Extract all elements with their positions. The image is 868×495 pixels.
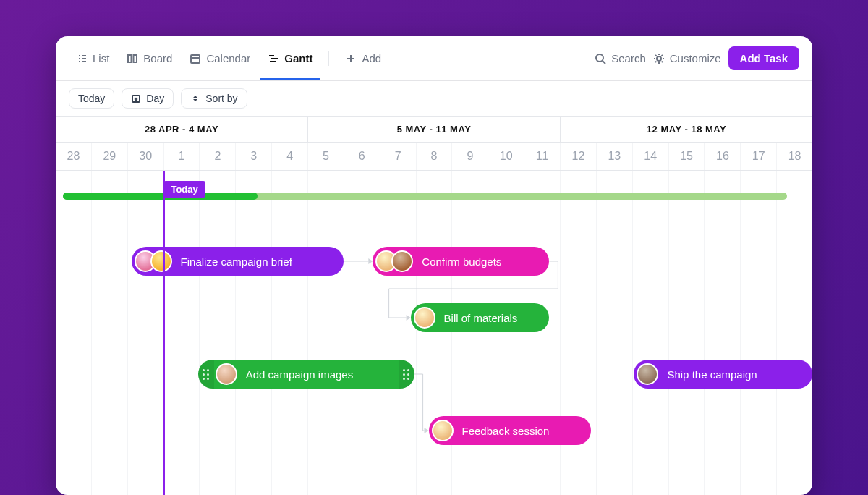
week-header: 28 APR - 4 MAY bbox=[56, 117, 308, 142]
avatar bbox=[414, 307, 435, 329]
task-bar[interactable]: Feedback session bbox=[429, 416, 591, 445]
grid-columns bbox=[56, 171, 812, 495]
task-bar[interactable]: Bill of materials bbox=[411, 303, 550, 332]
gantt-icon bbox=[268, 53, 279, 64]
day-cell: 12 bbox=[561, 143, 597, 170]
day-cell: 15 bbox=[669, 143, 705, 170]
tab-calendar[interactable]: Calendar bbox=[182, 48, 258, 69]
task-label: Finalize campaign brief bbox=[179, 255, 292, 268]
svg-point-11 bbox=[657, 56, 661, 61]
day-cell: 29 bbox=[92, 143, 128, 170]
day-cell: 13 bbox=[597, 143, 633, 170]
day-cell: 7 bbox=[380, 143, 417, 170]
search-label: Search bbox=[611, 52, 646, 64]
day-cell: 4 bbox=[272, 143, 308, 170]
tab-label: Board bbox=[143, 52, 172, 64]
week-header: 12 MAY - 18 MAY bbox=[561, 117, 812, 142]
avatar bbox=[432, 420, 454, 441]
day-cell: 6 bbox=[344, 143, 380, 170]
list-icon bbox=[76, 53, 88, 64]
search-icon bbox=[595, 53, 606, 64]
day-cell: 14 bbox=[633, 143, 669, 170]
day-cell: 5 bbox=[308, 143, 344, 170]
svg-rect-1 bbox=[134, 55, 137, 62]
avatar bbox=[391, 250, 413, 272]
today-button[interactable]: Today bbox=[69, 88, 114, 109]
plus-icon bbox=[345, 53, 357, 64]
day-cell: 1 bbox=[164, 143, 200, 170]
tab-board[interactable]: Board bbox=[119, 48, 179, 69]
day-icon bbox=[131, 93, 141, 103]
today-line bbox=[163, 171, 165, 495]
day-cell: 28 bbox=[56, 143, 92, 170]
avatars bbox=[637, 363, 658, 385]
svg-rect-2 bbox=[191, 55, 200, 63]
tab-gantt[interactable]: Gantt bbox=[260, 48, 320, 69]
gantt-area[interactable]: TodayFinalize campaign briefConfirm budg… bbox=[56, 171, 812, 495]
svg-rect-0 bbox=[128, 55, 132, 62]
svg-point-9 bbox=[596, 54, 603, 62]
task-bar[interactable]: Ship the campaign bbox=[634, 360, 812, 389]
day-label: Day bbox=[146, 93, 164, 104]
board-icon bbox=[127, 53, 138, 64]
today-label: Today bbox=[78, 93, 105, 104]
avatars bbox=[216, 363, 237, 385]
day-cell: 9 bbox=[452, 143, 488, 170]
customize-label: Customize bbox=[670, 52, 721, 64]
week-headers: 28 APR - 4 MAY 5 MAY - 11 MAY 12 MAY - 1… bbox=[56, 116, 812, 143]
day-cell: 17 bbox=[741, 143, 777, 170]
tab-label: List bbox=[93, 52, 109, 64]
tab-list[interactable]: List bbox=[69, 48, 116, 69]
avatars bbox=[414, 307, 435, 329]
task-label: Bill of materials bbox=[443, 312, 518, 324]
day-cell: 11 bbox=[524, 143, 561, 170]
today-badge: Today bbox=[163, 181, 205, 198]
app-window: List Board Calendar Gantt Add bbox=[56, 36, 812, 495]
task-label: Add campaign images bbox=[244, 368, 353, 381]
tab-label: Calendar bbox=[206, 52, 250, 64]
avatar bbox=[637, 363, 658, 385]
task-label: Confirm budgets bbox=[420, 255, 501, 268]
svg-line-10 bbox=[603, 61, 605, 64]
avatar bbox=[150, 250, 172, 272]
day-cell: 3 bbox=[236, 143, 272, 170]
day-cell: 8 bbox=[417, 143, 453, 170]
add-task-button[interactable]: Add Task bbox=[728, 46, 799, 70]
avatars bbox=[375, 250, 413, 272]
day-cell: 18 bbox=[777, 143, 812, 170]
avatars bbox=[135, 250, 172, 272]
search-link[interactable]: Search bbox=[595, 52, 646, 64]
sort-icon bbox=[190, 93, 200, 103]
tab-add-view[interactable]: Add bbox=[338, 48, 388, 69]
customize-link[interactable]: Customize bbox=[653, 52, 721, 64]
calendar-icon bbox=[190, 53, 201, 64]
day-cell: 10 bbox=[488, 143, 524, 170]
task-bar[interactable]: Confirm budgets bbox=[373, 247, 549, 276]
toolbar: Today Day Sort by bbox=[56, 81, 812, 116]
task-label: Feedback session bbox=[461, 425, 550, 437]
tab-label: Add bbox=[362, 52, 381, 64]
day-headers: 282930123456789101112131415161718 bbox=[56, 143, 812, 171]
day-cell: 16 bbox=[705, 143, 741, 170]
task-label: Ship the campaign bbox=[665, 368, 757, 381]
sortby-button[interactable]: Sort by bbox=[181, 88, 247, 109]
svg-point-13 bbox=[135, 98, 137, 101]
day-cell: 30 bbox=[128, 143, 164, 170]
top-nav: List Board Calendar Gantt Add bbox=[56, 36, 812, 81]
task-bar[interactable]: Add campaign images bbox=[198, 360, 414, 389]
avatar bbox=[216, 363, 237, 385]
gear-icon bbox=[653, 53, 665, 64]
day-cell: 2 bbox=[200, 143, 236, 170]
tab-label: Gantt bbox=[284, 52, 312, 64]
view-tabs: List Board Calendar Gantt Add bbox=[69, 48, 388, 69]
sortby-label: Sort by bbox=[205, 93, 237, 104]
day-button[interactable]: Day bbox=[122, 88, 174, 109]
separator bbox=[328, 51, 329, 66]
avatars bbox=[432, 420, 454, 441]
week-header: 5 MAY - 11 MAY bbox=[308, 117, 561, 142]
top-right-actions: Search Customize Add Task bbox=[595, 46, 799, 70]
